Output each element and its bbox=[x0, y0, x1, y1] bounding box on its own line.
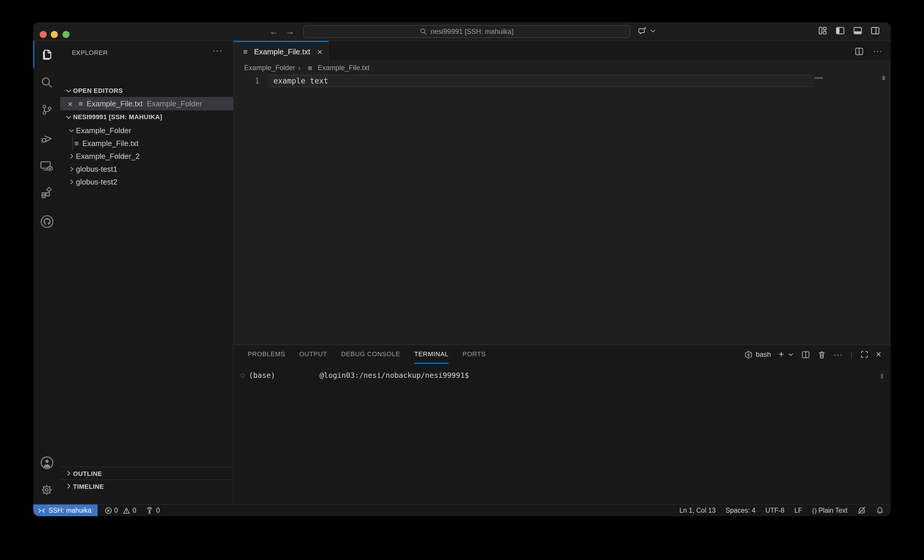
encoding[interactable]: UTF-8 bbox=[765, 507, 784, 514]
sidebar-title: EXPLORER bbox=[72, 49, 108, 56]
shell-label: bash bbox=[756, 350, 771, 359]
minimap[interactable] bbox=[814, 77, 823, 79]
problems-status[interactable]: 0 0 bbox=[104, 506, 136, 514]
open-editor-file-description: Example_Folder bbox=[147, 99, 202, 108]
bash-terminal-icon: $ bbox=[744, 350, 753, 359]
toggle-panel-icon[interactable] bbox=[853, 26, 862, 36]
tab-example-file[interactable]: ≡ Example_File.txt × bbox=[234, 41, 329, 61]
gear-icon bbox=[40, 483, 54, 497]
status-bar: SSH: mahuika 0 0 0 Ln 1, Col 13 Spaces: … bbox=[33, 504, 891, 516]
close-icon[interactable]: × bbox=[68, 99, 72, 108]
remote-indicator[interactable]: SSH: mahuika bbox=[33, 505, 97, 516]
chevron-down-icon bbox=[650, 28, 656, 34]
tab-problems[interactable]: PROBLEMS bbox=[248, 345, 285, 364]
terminal-scrollbar[interactable] bbox=[881, 374, 883, 379]
copilot-menu-button[interactable] bbox=[637, 25, 656, 37]
open-editors-label: OPEN EDITORS bbox=[73, 87, 123, 94]
command-decoration-circle: ○ bbox=[241, 371, 249, 379]
tree-item-folder[interactable]: Example_Folder_2 bbox=[60, 150, 233, 162]
activity-remote-explorer-button[interactable] bbox=[33, 153, 60, 180]
panel-more-actions-icon[interactable]: ··· bbox=[834, 350, 843, 359]
command-center-text: nesi99991 [SSH: mahuika] bbox=[430, 27, 513, 36]
accounts-button[interactable] bbox=[33, 449, 60, 476]
line-number: 1 bbox=[234, 75, 260, 87]
timeline-section-header[interactable]: TIMELINE bbox=[60, 479, 233, 492]
close-panel-icon[interactable]: × bbox=[876, 349, 881, 360]
close-icon[interactable]: × bbox=[317, 47, 322, 57]
language-mode[interactable]: { } Plain Text bbox=[812, 507, 848, 514]
search-icon bbox=[40, 75, 54, 89]
workspace-section-header[interactable]: NESI99991 [SSH: MAHUIKA] bbox=[60, 110, 233, 123]
tab-terminal[interactable]: TERMINAL bbox=[414, 345, 448, 364]
zoom-window-button[interactable] bbox=[63, 31, 69, 38]
notifications-bell-icon[interactable] bbox=[876, 506, 884, 514]
activity-github-button[interactable] bbox=[33, 208, 60, 235]
current-line-highlight bbox=[267, 75, 813, 87]
activity-search-button[interactable] bbox=[33, 69, 60, 96]
breadcrumb-folder[interactable]: Example_Folder bbox=[244, 64, 295, 72]
minimize-window-button[interactable] bbox=[51, 31, 58, 38]
tree-item-label: Example_Folder_2 bbox=[76, 151, 140, 160]
launch-profile-chevron[interactable] bbox=[788, 352, 794, 357]
copilot-disabled-icon[interactable] bbox=[857, 506, 866, 514]
tab-ports[interactable]: PORTS bbox=[463, 345, 486, 364]
customize-layout-icon[interactable] bbox=[818, 26, 828, 36]
bottom-panel: PROBLEMS OUTPUT DEBUG CONSOLE TERMINAL P… bbox=[234, 344, 891, 504]
activity-source-control-button[interactable] bbox=[33, 96, 60, 123]
file-icon: ≡ bbox=[76, 99, 85, 108]
tree-item-folder[interactable]: globus-test1 bbox=[60, 162, 233, 175]
command-center-search[interactable]: nesi99991 [SSH: mahuika] bbox=[303, 25, 630, 38]
outline-label: OUTLINE bbox=[73, 470, 102, 477]
ports-count: 0 bbox=[156, 507, 160, 514]
tree-item-label: globus-test1 bbox=[76, 165, 117, 173]
more-actions-icon[interactable]: ··· bbox=[873, 47, 882, 55]
tree-item-label: globus-test2 bbox=[76, 177, 117, 186]
settings-button[interactable] bbox=[33, 476, 60, 503]
account-icon bbox=[39, 455, 54, 470]
navigate-forward-button[interactable]: → bbox=[286, 26, 294, 37]
maximize-panel-icon[interactable] bbox=[860, 350, 868, 359]
terminal-env: (base) bbox=[249, 371, 275, 380]
tree-item-folder[interactable]: Example_Folder bbox=[60, 124, 233, 137]
ports-status[interactable]: 0 bbox=[146, 506, 160, 514]
close-window-button[interactable] bbox=[40, 31, 47, 38]
vscode-window: ← → nesi99991 [SSH: mahuika] bbox=[33, 22, 891, 516]
status-bar-right: Ln 1, Col 13 Spaces: 4 UTF-8 LF { } Plai… bbox=[679, 506, 891, 514]
tab-output[interactable]: OUTPUT bbox=[299, 345, 327, 364]
copilot-chat-icon bbox=[637, 25, 648, 37]
open-editor-item[interactable]: × ≡ Example_File.txt Example_Folder bbox=[60, 97, 233, 110]
explorer-more-actions-button[interactable]: ··· bbox=[213, 46, 222, 55]
split-terminal-icon[interactable] bbox=[802, 350, 810, 359]
toggle-secondary-sidebar-icon[interactable] bbox=[870, 26, 880, 36]
toggle-primary-sidebar-icon[interactable] bbox=[835, 26, 845, 36]
new-terminal-button[interactable]: + bbox=[778, 349, 784, 360]
split-editor-icon[interactable] bbox=[855, 46, 864, 56]
chevron-down-icon bbox=[67, 126, 76, 135]
tab-debug-console[interactable]: DEBUG CONSOLE bbox=[341, 345, 400, 364]
terminal-prompt-line[interactable]: ○ (base) @login03:/nesi/nobackup/nesi999… bbox=[241, 371, 469, 380]
outline-section-header[interactable]: OUTLINE bbox=[60, 467, 233, 479]
code-line-text: example text bbox=[273, 75, 328, 87]
code-area[interactable]: 1 example text bbox=[234, 74, 891, 344]
chevron-right-icon bbox=[67, 164, 76, 174]
activity-extensions-button[interactable] bbox=[33, 180, 60, 207]
tab-strip: ≡ Example_File.txt × ··· bbox=[234, 41, 891, 61]
indentation[interactable]: Spaces: 4 bbox=[725, 507, 755, 514]
kill-terminal-trash-icon[interactable] bbox=[818, 350, 826, 359]
chevron-down-icon bbox=[64, 86, 73, 95]
terminal-shell-selector[interactable]: $ bash bbox=[744, 350, 771, 359]
tree-item-folder[interactable]: globus-test2 bbox=[60, 175, 233, 188]
remote-icon bbox=[38, 506, 45, 514]
indent-guide bbox=[72, 137, 73, 150]
search-icon bbox=[420, 28, 427, 35]
eol-sequence[interactable]: LF bbox=[794, 507, 802, 514]
activity-explorer-button[interactable] bbox=[33, 41, 60, 68]
navigate-back-button[interactable]: ← bbox=[269, 26, 278, 37]
file-icon: ≡ bbox=[241, 47, 250, 56]
cursor-position[interactable]: Ln 1, Col 13 bbox=[679, 507, 716, 514]
breadcrumb-file[interactable]: Example_File.txt bbox=[318, 64, 369, 72]
open-editors-header[interactable]: OPEN EDITORS bbox=[60, 84, 233, 97]
activity-run-debug-button[interactable] bbox=[33, 125, 60, 152]
tree-item-file[interactable]: ≡ Example_File.txt bbox=[60, 137, 233, 150]
terminal-actions: $ bash + ··· | × bbox=[744, 345, 881, 364]
